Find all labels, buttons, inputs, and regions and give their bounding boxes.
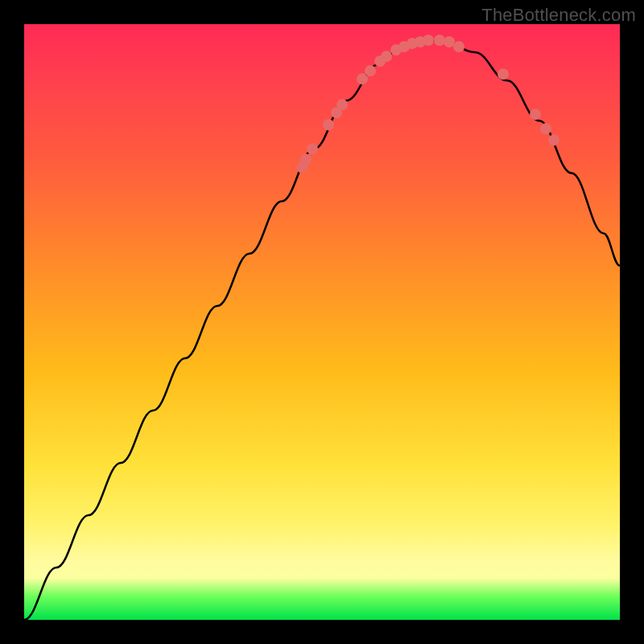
curve-marker (453, 41, 464, 52)
chart-frame: TheBottleneck.com (0, 0, 644, 644)
bottleneck-curve (24, 40, 620, 620)
curve-marker (336, 99, 348, 110)
curve-marker (497, 68, 509, 80)
curve-marker (307, 143, 318, 155)
curve-marker (390, 44, 402, 56)
curve-marker (434, 35, 445, 46)
curve-marker (407, 38, 418, 49)
curve-marker (357, 73, 368, 85)
curve-marker (444, 36, 455, 47)
plot-area (24, 24, 620, 620)
curve-svg (24, 24, 620, 620)
curve-marker (365, 65, 376, 76)
curve-marker (530, 109, 541, 120)
watermark-text: TheBottleneck.com (481, 5, 636, 26)
curve-marker (423, 35, 434, 46)
curve-markers (296, 35, 559, 173)
curve-marker (323, 119, 334, 130)
curve-marker (331, 107, 342, 118)
curve-marker (300, 154, 312, 165)
curve-marker (398, 41, 410, 52)
curve-marker (374, 56, 386, 67)
curve-marker (540, 123, 551, 134)
curve-marker (381, 51, 392, 62)
curve-marker (548, 134, 559, 146)
curve-marker (296, 162, 308, 173)
curve-marker (415, 36, 426, 47)
